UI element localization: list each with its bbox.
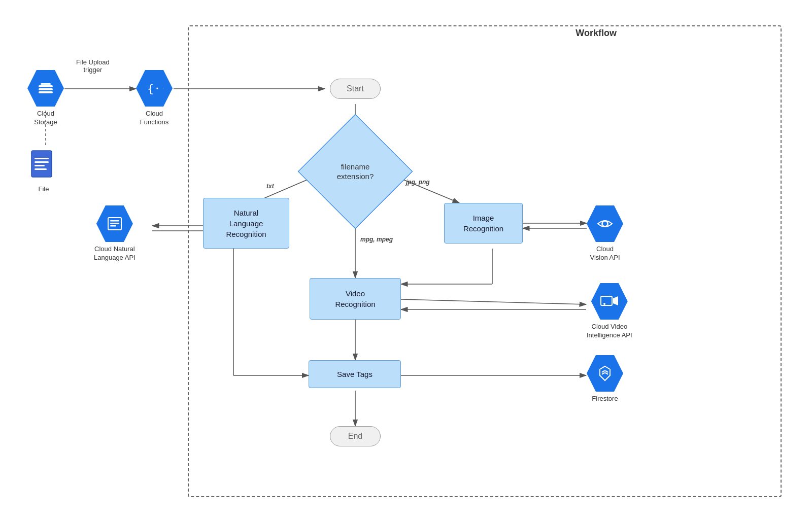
file-icon	[30, 150, 57, 182]
file-label: File	[39, 185, 49, 194]
cloud-vision-icon	[587, 205, 623, 242]
firestore-icon	[587, 355, 623, 392]
cloud-storage-node[interactable]: CloudStorage	[27, 70, 64, 127]
cloud-natural-language-node[interactable]: Cloud NaturalLanguage API	[94, 205, 136, 262]
start-node: Start	[330, 79, 381, 99]
svg-rect-38	[601, 296, 612, 305]
file-node[interactable]: File	[30, 150, 57, 194]
cloud-video-label: Cloud VideoIntelligence API	[587, 323, 632, 340]
video-rec-node: VideoRecognition	[310, 278, 401, 320]
firestore-label: Firestore	[592, 395, 618, 403]
svg-rect-27	[35, 158, 49, 159]
workflow-box	[188, 25, 782, 497]
txt-label: txt	[266, 183, 274, 190]
end-node: End	[330, 426, 381, 446]
svg-rect-35	[110, 225, 116, 227]
cloud-storage-icon	[27, 70, 64, 107]
trigger-label: File Uploadtrigger	[76, 58, 110, 74]
workflow-label: Workflow	[576, 28, 617, 39]
svg-rect-29	[35, 165, 45, 166]
cloud-video-node[interactable]: Cloud VideoIntelligence API	[587, 283, 632, 340]
svg-rect-23	[39, 88, 53, 90]
jpg-png-label: jpg, png	[406, 179, 430, 186]
cloud-video-icon	[591, 283, 628, 320]
diagram-container: Workflow	[0, 0, 812, 521]
cloud-functions-node[interactable]: {···} CloudFunctions	[136, 70, 173, 127]
svg-rect-25	[41, 83, 51, 85]
cloud-natural-language-label: Cloud NaturalLanguage API	[94, 245, 136, 262]
svg-point-40	[603, 303, 605, 305]
svg-rect-34	[110, 223, 119, 224]
svg-rect-28	[35, 161, 49, 163]
cloud-storage-label: CloudStorage	[34, 110, 57, 127]
svg-rect-24	[39, 91, 53, 93]
firestore-node[interactable]: Firestore	[587, 355, 623, 403]
cloud-natural-language-icon	[96, 205, 133, 242]
svg-rect-30	[35, 168, 47, 170]
cloud-vision-node[interactable]: CloudVision API	[587, 205, 623, 262]
mpg-mpeg-label: mpg, mpeg	[360, 236, 393, 243]
decision-node: filenameextension?	[298, 126, 413, 217]
svg-text:{···}: {···}	[147, 82, 163, 95]
svg-rect-22	[39, 85, 53, 87]
svg-rect-26	[31, 151, 52, 177]
svg-point-37	[603, 222, 607, 226]
svg-marker-39	[613, 296, 618, 305]
save-tags-node: Save Tags	[309, 360, 401, 388]
image-rec-node: ImageRecognition	[444, 203, 523, 244]
cloud-functions-label: CloudFunctions	[140, 110, 168, 127]
cloud-functions-icon: {···}	[136, 70, 173, 107]
nlr-node: NaturalLanguageRecognition	[203, 198, 289, 249]
svg-rect-33	[110, 220, 119, 222]
cloud-vision-label: CloudVision API	[590, 245, 620, 262]
